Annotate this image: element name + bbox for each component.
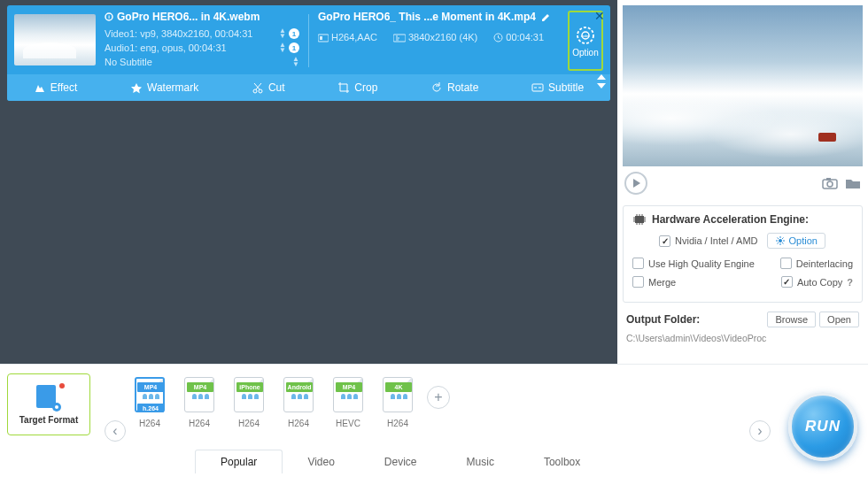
preview-video	[623, 5, 863, 166]
cut-button[interactable]: Cut	[244, 81, 292, 94]
gear-icon	[775, 235, 786, 246]
effect-button[interactable]: Effect	[27, 81, 84, 94]
dest-duration: 00:04:31	[493, 32, 544, 42]
video-track-selector[interactable]: ▲▼1	[279, 28, 299, 39]
subtitle-selector[interactable]: ▲▼	[292, 57, 299, 67]
svg-rect-14	[826, 178, 831, 181]
move-up-icon[interactable]	[597, 74, 606, 80]
dest-resolution: 3840x2160 (4K)	[393, 32, 477, 42]
tab-music[interactable]: Music	[442, 450, 519, 473]
deinterlacing-checkbox[interactable]: Deinterlacing	[780, 258, 853, 269]
watermark-button[interactable]: Watermark	[123, 81, 205, 94]
subtitle-info: No Subtitle	[105, 57, 152, 67]
codec-gear-icon: codec	[575, 25, 596, 46]
snapshot-folder-icon[interactable]	[845, 177, 861, 189]
tab-device[interactable]: Device	[360, 450, 442, 473]
subtitle-button[interactable]: Subtitle	[524, 81, 591, 94]
browse-button[interactable]: Browse	[767, 312, 816, 327]
svg-point-18	[55, 405, 58, 409]
hw-accel-title: Hardware Acceleration Engine:	[632, 213, 853, 226]
audio-track-info: Audio1: eng, opus, 00:04:31	[105, 42, 227, 53]
tab-toolbox[interactable]: Toolbox	[519, 450, 605, 473]
merge-checkbox[interactable]: Merge	[632, 276, 676, 288]
svg-point-10	[259, 89, 262, 93]
svg-point-13	[827, 181, 833, 187]
hw-chip-checkbox[interactable]: Nvidia / Intel / AMD	[659, 235, 758, 247]
format-add-button[interactable]: +	[427, 386, 450, 409]
hq-engine-checkbox[interactable]: Use High Quality Engine	[632, 258, 755, 269]
file-list-panel: ✕ i GoPro HERO6... in 4K.webm Video1: vp…	[0, 0, 617, 364]
format-preset-3[interactable]: AndroidH264	[282, 377, 315, 428]
svg-text:codec: codec	[581, 34, 591, 38]
format-preset-1[interactable]: MP4H264	[182, 377, 216, 428]
rotate-button[interactable]: Rotate	[423, 81, 485, 94]
svg-rect-11	[532, 84, 543, 91]
video-thumbnail	[14, 14, 96, 65]
svg-rect-15	[635, 216, 644, 223]
dest-title: GoPro HERO6_ This ...e Moment in 4K.mp4	[318, 11, 559, 23]
tab-popular[interactable]: Popular	[195, 450, 283, 473]
target-format-button[interactable]: Target Format	[7, 373, 90, 435]
svg-rect-2	[318, 35, 329, 42]
video-track-info: Video1: vp9, 3840x2160, 00:04:31	[105, 28, 252, 39]
format-prev-button[interactable]: ‹	[105, 420, 126, 442]
target-format-icon	[36, 385, 61, 412]
format-preset-5[interactable]: 4KH264	[381, 377, 415, 428]
preview-panel: Hardware Acceleration Engine: Nvidia / I…	[617, 0, 868, 364]
output-folder-path: C:\Users\admin\Videos\VideoProc	[626, 333, 859, 343]
close-icon[interactable]: ✕	[594, 9, 605, 23]
dest-codec: H264,AAC	[318, 32, 377, 42]
output-folder-label: Output Folder:	[626, 313, 700, 326]
tab-video[interactable]: Video	[283, 450, 359, 473]
edit-tools-row: Effect Watermark Cut Crop Rotate Subtitl…	[7, 74, 610, 101]
play-button[interactable]	[624, 172, 647, 195]
format-preset-4[interactable]: MP4HEVC	[331, 377, 365, 428]
snapshot-icon[interactable]	[822, 177, 838, 189]
format-preset-2[interactable]: iPhoneH264	[232, 377, 266, 428]
format-next-button[interactable]: ›	[749, 420, 771, 442]
format-bar: Target Format ‹ MP4h.264H264MP4H264iPhon…	[0, 364, 868, 477]
svg-rect-3	[320, 36, 322, 40]
crop-button[interactable]: Crop	[330, 81, 384, 94]
svg-point-16	[779, 239, 782, 242]
svg-text:i: i	[108, 14, 110, 19]
hw-option-button[interactable]: Option	[767, 233, 825, 249]
open-button[interactable]: Open	[819, 312, 859, 327]
source-title: i GoPro HERO6... in 4K.webm	[105, 11, 299, 23]
autocopy-checkbox[interactable]: Auto Copy ?	[781, 276, 853, 288]
edit-icon[interactable]	[541, 12, 551, 22]
chip-icon	[632, 214, 647, 225]
audio-track-selector[interactable]: ▲▼1	[279, 42, 299, 53]
move-down-icon[interactable]	[597, 83, 606, 88]
file-item[interactable]: ✕ i GoPro HERO6... in 4K.webm Video1: vp…	[7, 5, 610, 101]
format-preset-0[interactable]: MP4h.264H264	[133, 377, 167, 428]
run-button[interactable]: RUN	[788, 392, 857, 461]
svg-point-9	[253, 89, 257, 93]
